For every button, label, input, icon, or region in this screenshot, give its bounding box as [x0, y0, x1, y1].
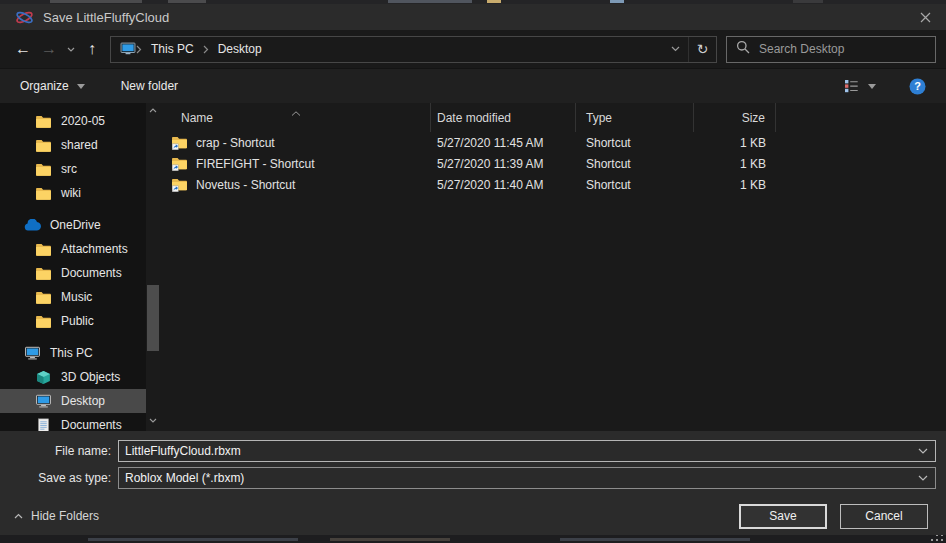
sidebar-scrollbar[interactable]	[146, 103, 160, 431]
size-cell: 1 KB	[694, 136, 776, 150]
sidebar-item-this-pc[interactable]: This PC	[0, 341, 160, 365]
file-name-cell: FIREFIGHT - Shortcut	[196, 157, 314, 171]
sidebar-item-label: Documents	[61, 266, 122, 280]
svg-text:?: ?	[914, 80, 921, 92]
dialog-footer: Hide Folders Save Cancel	[0, 497, 946, 535]
file-name-cell: Novetus - Shortcut	[196, 178, 295, 192]
help-icon: ?	[909, 78, 926, 95]
sidebar-item-public[interactable]: Public	[0, 309, 160, 333]
sidebar-item-3d-objects[interactable]: 3D Objects	[0, 365, 160, 389]
search-input[interactable]	[759, 42, 926, 56]
recent-locations-chevron-icon[interactable]	[62, 36, 79, 62]
shortcut-file-icon	[171, 157, 188, 171]
sidebar-item-label: Music	[61, 290, 92, 304]
file-name-label: File name:	[0, 444, 118, 458]
scrollbar-thumb[interactable]	[147, 285, 159, 351]
help-button[interactable]: ?	[909, 78, 926, 95]
monitor-icon	[24, 346, 41, 360]
save-button[interactable]: Save	[739, 504, 827, 529]
column-header-date-modified[interactable]: Date modified	[431, 103, 576, 132]
new-folder-button[interactable]: New folder	[111, 73, 188, 99]
folder-icon	[35, 267, 52, 280]
type-cell: Shortcut	[576, 178, 694, 192]
organize-button[interactable]: Organize	[10, 73, 95, 99]
column-header-size[interactable]: Size	[694, 103, 776, 132]
view-mode-button[interactable]	[837, 76, 883, 96]
file-row-firefight-shortcut[interactable]: FIREFIGHT - Shortcut5/27/2020 11:39 AMSh…	[163, 153, 946, 174]
column-header-type[interactable]: Type	[576, 103, 694, 132]
novetus-app-icon	[15, 9, 34, 26]
file-list: Name Date modified Type Size crap - Shor…	[160, 103, 946, 431]
date-modified-cell: 5/27/2020 11:45 AM	[431, 136, 576, 150]
command-toolbar: Organize New folder ?	[0, 68, 946, 103]
file-name-input[interactable]	[119, 441, 911, 461]
close-icon	[920, 12, 931, 23]
save-as-type-dropdown-icon[interactable]	[911, 475, 935, 481]
cloud-icon	[24, 219, 41, 231]
shortcut-file-icon	[171, 136, 188, 150]
file-name-combo[interactable]	[118, 440, 936, 462]
sidebar-item-label: Public	[61, 314, 94, 328]
folder-icon	[35, 163, 52, 176]
folder-icon	[35, 187, 52, 200]
sidebar-item-desktop[interactable]: Desktop	[0, 389, 160, 413]
refresh-button[interactable]: ↻	[688, 37, 716, 62]
file-row-novetus-shortcut[interactable]: Novetus - Shortcut5/27/2020 11:40 AMShor…	[163, 174, 946, 195]
column-header-name[interactable]: Name	[163, 103, 431, 132]
cube-icon	[35, 370, 52, 385]
sidebar-item-label: 3D Objects	[61, 370, 120, 384]
folder-icon	[35, 115, 52, 128]
scroll-up-icon[interactable]	[146, 108, 160, 113]
sidebar-item-onedrive[interactable]: OneDrive	[0, 213, 160, 237]
address-dropdown-chevron-icon[interactable]	[662, 37, 688, 62]
sidebar-item-attachments[interactable]: Attachments	[0, 237, 160, 261]
details-view-icon	[844, 79, 859, 93]
sidebar-item-documents[interactable]: Documents	[0, 413, 160, 431]
sidebar-item-label: This PC	[50, 346, 93, 360]
organize-dropdown-icon	[77, 84, 85, 89]
save-file-dialog: Save LittleFluffyCloud ← → ↑ This PC Des…	[0, 4, 946, 535]
file-row-crap-shortcut[interactable]: crap - Shortcut5/27/2020 11:45 AMShortcu…	[163, 132, 946, 153]
search-box[interactable]	[726, 36, 936, 63]
scroll-down-icon[interactable]	[146, 418, 160, 423]
shortcut-file-icon	[171, 178, 188, 192]
date-modified-cell: 5/27/2020 11:40 AM	[431, 178, 576, 192]
hide-folders-button[interactable]: Hide Folders	[14, 509, 99, 523]
file-name-dropdown-icon[interactable]	[911, 448, 935, 454]
sidebar-item-src[interactable]: src	[0, 157, 160, 181]
save-as-type-value: Roblox Model (*.rbxm)	[119, 471, 911, 485]
type-cell: Shortcut	[576, 157, 694, 171]
sidebar-item-label: shared	[61, 138, 98, 152]
background-window-bottom-edge	[0, 535, 946, 543]
folder-icon	[35, 243, 52, 256]
back-button[interactable]: ←	[10, 36, 36, 62]
folder-tree: 2020-05sharedsrcwikiOneDriveAttachmentsD…	[0, 103, 160, 431]
up-button[interactable]: ↑	[79, 36, 105, 62]
breadcrumb-desktop[interactable]: Desktop	[209, 42, 271, 56]
sidebar-item-music[interactable]: Music	[0, 285, 160, 309]
forward-button[interactable]: →	[36, 36, 62, 62]
resize-grip	[941, 539, 943, 541]
dialog-title: Save LittleFluffyCloud	[43, 10, 169, 25]
cancel-button[interactable]: Cancel	[840, 504, 928, 529]
save-as-type-select[interactable]: Roblox Model (*.rbxm)	[118, 467, 936, 489]
address-bar[interactable]: This PC Desktop ↻	[110, 36, 717, 63]
sidebar-item-label: src	[61, 162, 77, 176]
monitor-icon	[35, 394, 52, 408]
sidebar-item-shared[interactable]: shared	[0, 133, 160, 157]
sidebar-item-documents[interactable]: Documents	[0, 261, 160, 285]
main-area: 2020-05sharedsrcwikiOneDriveAttachmentsD…	[0, 103, 946, 431]
screen: Save LittleFluffyCloud ← → ↑ This PC Des…	[0, 0, 946, 543]
breadcrumb-this-pc[interactable]: This PC	[142, 42, 203, 56]
sidebar-item-wiki[interactable]: wiki	[0, 181, 160, 205]
sidebar-item-2020-05[interactable]: 2020-05	[0, 109, 160, 133]
save-as-type-label: Save as type:	[0, 471, 118, 485]
collapse-chevron-icon	[14, 513, 23, 519]
save-fields: File name: Save as type: Roblox Model (*…	[0, 431, 946, 497]
titlebar: Save LittleFluffyCloud	[0, 4, 946, 30]
sidebar-item-label: OneDrive	[50, 218, 101, 232]
close-button[interactable]	[904, 4, 946, 30]
sort-ascending-icon	[291, 105, 301, 119]
search-icon	[736, 40, 750, 58]
size-cell: 1 KB	[694, 157, 776, 171]
